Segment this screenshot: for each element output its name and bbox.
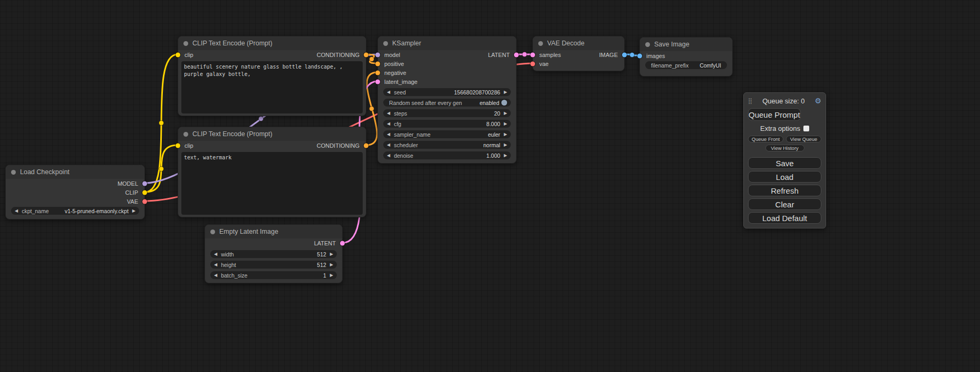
next-value-icon[interactable]: ▶ [504, 90, 507, 94]
wire-midpoint-dot [370, 107, 374, 111]
node-clip-text-encode-negative[interactable]: CLIP Text Encode (Prompt) clip CONDITION… [178, 127, 366, 217]
node-title: Empty Latent Image [219, 228, 278, 235]
node-clip-text-encode-positive[interactable]: CLIP Text Encode (Prompt) clip CONDITION… [178, 36, 366, 116]
model-output-port[interactable] [142, 181, 147, 186]
prev-value-icon[interactable]: ◀ [387, 154, 390, 158]
queue-front-button[interactable]: Queue Front [748, 136, 783, 142]
node-title-bar[interactable]: CLIP Text Encode (Prompt) [178, 36, 366, 50]
widget-sampler-name[interactable]: ◀ sampler_name euler ▶ [383, 130, 511, 138]
widget-scheduler[interactable]: ◀ scheduler normal ▶ [383, 141, 511, 149]
input-slot-images: images [640, 51, 732, 60]
widget-cfg[interactable]: ◀ cfg 8.000 ▶ [383, 120, 511, 128]
next-value-icon[interactable]: ▶ [504, 154, 507, 158]
view-queue-button[interactable]: View Queue [786, 136, 821, 142]
widget-height[interactable]: ◀ height 512 ▶ [210, 261, 337, 269]
extra-options-checkbox[interactable] [803, 126, 809, 131]
positive-prompt-textarea[interactable]: beautiful scenery nature glass bottle la… [181, 61, 363, 113]
prev-value-icon[interactable]: ◀ [214, 263, 217, 267]
node-collapse-dot[interactable] [645, 42, 650, 47]
node-load-checkpoint[interactable]: Load Checkpoint MODEL CLIP VAE ◀ ckpt_na… [5, 165, 145, 220]
prev-value-icon[interactable]: ◀ [15, 209, 18, 213]
prev-value-icon[interactable]: ◀ [214, 273, 217, 278]
load-button[interactable]: Load [748, 171, 821, 183]
node-empty-latent-image[interactable]: Empty Latent Image LATENT ◀ width 512 ▶ … [205, 224, 343, 283]
next-value-icon[interactable]: ▶ [504, 111, 507, 116]
model-input-port[interactable] [375, 52, 380, 57]
node-title-bar[interactable]: KSampler [378, 36, 516, 50]
samples-input-port[interactable] [530, 52, 535, 57]
slot-row-model-latent: model LATENT [378, 50, 516, 59]
input-slot-negative: negative [378, 68, 516, 77]
latent-output-port[interactable] [340, 241, 345, 245]
node-collapse-dot[interactable] [538, 41, 543, 46]
node-vae-decode[interactable]: VAE Decode samples IMAGE vae [532, 36, 625, 71]
output-slot-clip: CLIP [6, 188, 144, 197]
widget-denoise[interactable]: ◀ denoise 1.000 ▶ [383, 151, 511, 159]
positive-input-port[interactable] [375, 61, 380, 66]
prev-value-icon[interactable]: ◀ [387, 111, 390, 116]
queue-prompt-button[interactable]: Queue Prompt [748, 108, 801, 121]
clip-input-port[interactable] [176, 52, 180, 57]
extra-options-label: Extra options [760, 125, 800, 132]
settings-gear-icon[interactable]: ⚙ [814, 97, 821, 104]
widget-seed[interactable]: ◀ seed 156680208700286 ▶ [383, 88, 511, 96]
vae-output-port[interactable] [142, 199, 147, 204]
next-value-icon[interactable]: ▶ [330, 263, 333, 267]
next-value-icon[interactable]: ▶ [504, 132, 507, 137]
negative-input-port[interactable] [375, 70, 380, 75]
clip-input-port[interactable] [176, 143, 180, 148]
toggle-indicator[interactable] [501, 100, 507, 106]
widget-random-seed-toggle[interactable]: Random seed after every gen enabled [383, 99, 511, 107]
next-value-icon[interactable]: ▶ [330, 252, 333, 256]
widget-ckpt-name[interactable]: ◀ ckpt_name v1-5-pruned-emaonly.ckpt ▶ [11, 207, 139, 215]
next-value-icon[interactable]: ▶ [330, 273, 333, 278]
prev-value-icon[interactable]: ◀ [387, 122, 390, 126]
prev-value-icon[interactable]: ◀ [387, 143, 390, 147]
load-default-button[interactable]: Load Default [748, 212, 821, 224]
next-value-icon[interactable]: ▶ [504, 143, 507, 147]
node-collapse-dot[interactable] [11, 170, 16, 175]
workflow-actions: Save Load Refresh Clear Load Default [748, 157, 821, 224]
prev-value-icon[interactable]: ◀ [214, 252, 217, 256]
images-input-port[interactable] [637, 53, 642, 58]
image-output-port[interactable] [622, 52, 627, 57]
negative-prompt-textarea[interactable]: text, watermark [181, 152, 363, 215]
node-title-bar[interactable]: Empty Latent Image [205, 225, 342, 239]
prev-value-icon[interactable]: ◀ [387, 90, 390, 94]
input-slot-vae: vae [533, 59, 624, 68]
save-button[interactable]: Save [748, 157, 821, 169]
node-title: Save Image [654, 41, 690, 48]
widget-steps[interactable]: ◀ steps 20 ▶ [383, 109, 511, 117]
wire-midpoint-dot [630, 53, 635, 58]
next-value-icon[interactable]: ▶ [132, 209, 135, 213]
view-history-button[interactable]: View History [765, 145, 804, 151]
widget-batch-size[interactable]: ◀ batch_size 1 ▶ [210, 271, 337, 279]
output-slot-model: MODEL [6, 179, 144, 188]
node-collapse-dot[interactable] [183, 132, 188, 137]
node-collapse-dot[interactable] [210, 230, 215, 234]
clear-button[interactable]: Clear [748, 198, 821, 210]
widget-width[interactable]: ◀ width 512 ▶ [210, 250, 337, 258]
widget-filename-prefix[interactable]: filename_prefix ComfyUI [645, 61, 727, 69]
node-ksampler[interactable]: KSampler model LATENT positive negative … [377, 36, 517, 164]
node-collapse-dot[interactable] [383, 41, 388, 46]
node-title-bar[interactable]: VAE Decode [533, 36, 624, 50]
clip-output-port[interactable] [142, 190, 147, 195]
node-collapse-dot[interactable] [183, 41, 188, 46]
slot-row-clip-conditioning: clip CONDITIONING [178, 50, 366, 59]
drag-handle-icon[interactable]: ⣿ [748, 98, 752, 104]
latent-output-port[interactable] [514, 52, 519, 57]
latent-image-input-port[interactable] [375, 79, 380, 84]
node-title-bar[interactable]: Save Image [640, 37, 732, 51]
view-history-row: View History [748, 145, 821, 151]
output-slot-vae: VAE [6, 197, 144, 206]
conditioning-output-port[interactable] [364, 143, 368, 148]
node-title-bar[interactable]: CLIP Text Encode (Prompt) [178, 127, 366, 141]
vae-input-port[interactable] [530, 61, 535, 66]
node-title-bar[interactable]: Load Checkpoint [6, 165, 144, 179]
conditioning-output-port[interactable] [364, 52, 368, 57]
refresh-button[interactable]: Refresh [748, 185, 821, 196]
prev-value-icon[interactable]: ◀ [387, 132, 390, 137]
node-save-image[interactable]: Save Image images filename_prefix ComfyU… [639, 37, 733, 77]
next-value-icon[interactable]: ▶ [504, 122, 507, 126]
